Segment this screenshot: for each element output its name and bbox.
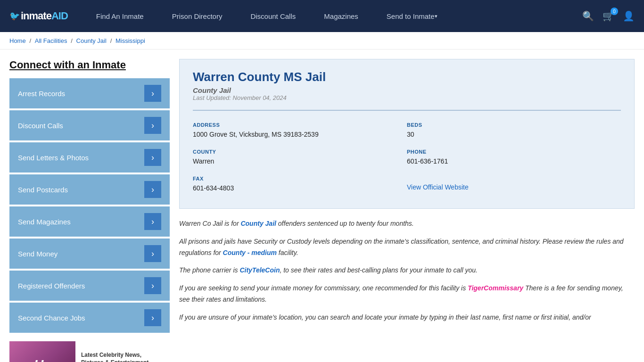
- nav-magazines[interactable]: Magazines: [310, 0, 372, 32]
- breadcrumb-sep-2: /: [71, 37, 74, 44]
- fax-label: FAX: [193, 176, 407, 181]
- cart-icon[interactable]: 🛒 0: [603, 10, 614, 22]
- phone-label: PHONE: [407, 149, 621, 155]
- desc-county-medium-link[interactable]: County - medium: [223, 249, 277, 256]
- beds-value: 30: [407, 130, 621, 140]
- detail-fax: FAX 601-634-4803: [193, 171, 407, 198]
- sidebar-registered-offenders[interactable]: Registered Offenders ›: [9, 271, 170, 301]
- desc-p1: Warren Co Jail is for County Jail offend…: [179, 218, 635, 230]
- detail-website: View Official Website: [407, 171, 621, 198]
- desc-p1-start: Warren Co Jail is for: [179, 220, 240, 227]
- sidebar-second-chance-jobs-arrow: ›: [144, 309, 161, 326]
- sidebar-title: Connect with an Inmate: [9, 59, 170, 71]
- detail-beds: BEDS 30: [407, 117, 621, 144]
- desc-p2: All prisons and jails have Security or C…: [179, 236, 635, 259]
- detail-phone: PHONE 601-636-1761: [407, 144, 621, 171]
- sidebar-send-magazines-label: Send Magazines: [18, 218, 71, 226]
- main-content: Warren County MS Jail County Jail Last U…: [179, 59, 635, 362]
- desc-p4: If you are seeking to send your inmate m…: [179, 283, 635, 305]
- desc-p4-start: If you are seeking to send your inmate m…: [179, 284, 468, 292]
- main-nav: Find An Inmate Prison Directory Discount…: [82, 0, 582, 32]
- nav-find-inmate[interactable]: Find An Inmate: [82, 0, 158, 32]
- breadcrumb-county-jail[interactable]: County Jail: [76, 37, 107, 44]
- sidebar-discount-calls-arrow: ›: [144, 117, 161, 134]
- sidebar-send-magazines[interactable]: Send Magazines ›: [9, 206, 170, 237]
- sidebar-send-letters[interactable]: Send Letters & Photos ›: [9, 142, 170, 173]
- sidebar-send-letters-arrow: ›: [144, 149, 161, 166]
- search-icon[interactable]: 🔍: [582, 10, 594, 22]
- logo-text: inmateAID: [21, 10, 68, 22]
- sidebar-arrest-records-label: Arrest Records: [18, 90, 65, 98]
- ad-headline: Latest Celebrity News, Pictures & Entert…: [81, 352, 164, 362]
- site-header: 🐦 inmateAID Find An Inmate Prison Direct…: [0, 0, 644, 32]
- desc-p2-end: facility.: [277, 249, 298, 256]
- desc-p5: If you are unsure of your inmate’s locat…: [179, 312, 635, 323]
- website-spacer: [407, 176, 621, 181]
- desc-p3-end: , to see their rates and best-calling pl…: [280, 266, 477, 274]
- facility-updated: Last Updated: November 04, 2024: [193, 94, 621, 101]
- fax-value: 601-634-4803: [193, 183, 407, 193]
- sidebar-discount-calls[interactable]: Discount Calls ›: [9, 110, 170, 140]
- detail-county: COUNTY Warren: [193, 144, 407, 171]
- sidebar-menu: Arrest Records › Discount Calls › Send L…: [9, 78, 170, 333]
- sidebar-arrest-records[interactable]: Arrest Records ›: [9, 78, 170, 108]
- facility-details: ADDRESS 1000 Grove St, Vicksburg, MS 391…: [193, 110, 621, 198]
- desc-p1-end: offenders sentenced up to twenty four mo…: [276, 220, 414, 227]
- website-link[interactable]: View Official Website: [407, 183, 469, 191]
- sidebar-send-money-arrow: ›: [144, 245, 161, 262]
- detail-address: ADDRESS 1000 Grove St, Vicksburg, MS 391…: [193, 117, 407, 144]
- main-layout: Connect with an Inmate Arrest Records › …: [0, 49, 644, 362]
- facility-type: County Jail: [193, 86, 621, 94]
- beds-label: BEDS: [407, 122, 621, 128]
- sidebar-send-money[interactable]: Send Money ›: [9, 239, 170, 269]
- nav-prison-directory[interactable]: Prison Directory: [158, 0, 237, 32]
- header-icons: 🔍 🛒 0 👤: [582, 10, 635, 22]
- nav-discount-calls[interactable]: Discount Calls: [236, 0, 310, 32]
- sidebar: Connect with an Inmate Arrest Records › …: [9, 59, 170, 362]
- ad-magazine-logo: Us: [9, 341, 75, 362]
- sidebar-second-chance-jobs[interactable]: Second Chance Jobs ›: [9, 303, 170, 333]
- sidebar-send-postcards-arrow: ›: [144, 181, 161, 198]
- sidebar-registered-offenders-label: Registered Offenders: [18, 282, 85, 290]
- sidebar-send-money-label: Send Money: [18, 250, 58, 258]
- desc-p3: The phone carrier is CityTeleCoin, to se…: [179, 265, 635, 276]
- logo-icon: 🐦: [9, 11, 20, 21]
- ad-text-area: Latest Celebrity News, Pictures & Entert…: [75, 341, 170, 362]
- sidebar-send-postcards-label: Send Postcards: [18, 186, 68, 194]
- user-icon[interactable]: 👤: [623, 10, 635, 22]
- facility-card: Warren County MS Jail County Jail Last U…: [179, 59, 635, 209]
- address-label: ADDRESS: [193, 122, 407, 128]
- sidebar-send-postcards[interactable]: Send Postcards ›: [9, 174, 170, 205]
- breadcrumb-all-facilities[interactable]: All Facilities: [35, 37, 67, 44]
- address-value: 1000 Grove St, Vicksburg, MS 39183-2539: [193, 130, 407, 140]
- sidebar-discount-calls-label: Discount Calls: [18, 122, 63, 130]
- sidebar-second-chance-jobs-label: Second Chance Jobs: [18, 314, 85, 322]
- desc-p3-start: The phone carrier is: [179, 266, 239, 274]
- phone-value: 601-636-1761: [407, 156, 621, 166]
- logo[interactable]: 🐦 inmateAID: [9, 10, 68, 22]
- cart-badge: 0: [611, 8, 618, 15]
- desc-county-jail-link[interactable]: County Jail: [240, 220, 276, 227]
- county-label: COUNTY: [193, 149, 407, 155]
- sidebar-ad[interactable]: Us Latest Celebrity News, Pictures & Ent…: [9, 341, 170, 362]
- breadcrumb-sep-1: /: [30, 37, 33, 44]
- breadcrumb-home[interactable]: Home: [9, 37, 26, 44]
- breadcrumb-mississippi[interactable]: Mississippi: [116, 37, 145, 44]
- desc-tigercommissary-link[interactable]: TigerCommissary: [468, 284, 523, 292]
- breadcrumb-sep-3: /: [110, 37, 114, 44]
- breadcrumb: Home / All Facilities / County Jail / Mi…: [0, 32, 644, 49]
- desc-citytelecoin-link[interactable]: CityTeleCoin: [239, 266, 280, 274]
- facility-name: Warren County MS Jail: [193, 70, 621, 84]
- sidebar-registered-offenders-arrow: ›: [144, 277, 161, 294]
- sidebar-send-magazines-arrow: ›: [144, 213, 161, 230]
- description-area: Warren Co Jail is for County Jail offend…: [179, 218, 635, 323]
- nav-send-to-inmate[interactable]: Send to Inmate: [372, 0, 452, 32]
- county-value: Warren: [193, 156, 407, 166]
- sidebar-send-letters-label: Send Letters & Photos: [18, 154, 89, 162]
- sidebar-arrest-records-arrow: ›: [144, 85, 161, 102]
